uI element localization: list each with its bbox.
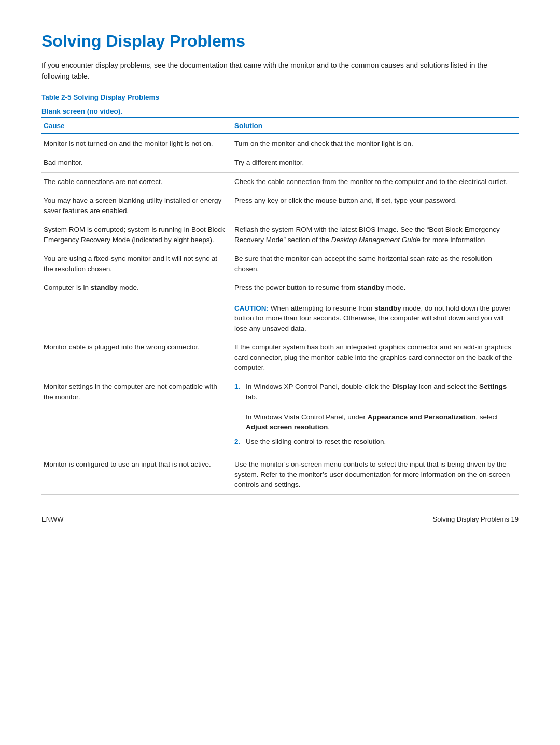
table-row: You may have a screen blanking utility i… [41, 191, 519, 220]
cause-cell: Monitor is configured to use an input th… [41, 455, 232, 495]
table-row: Bad monitor.Try a different monitor. [41, 153, 519, 172]
cause-cell: Monitor settings in the computer are not… [41, 377, 232, 455]
table-row: Monitor is not turned on and the monitor… [41, 134, 519, 153]
solution-cell: 1.In Windows XP Control Panel, double-cl… [232, 377, 519, 455]
solution-cell: Reflash the system ROM with the latest B… [232, 220, 519, 249]
col-header-cause: Cause [41, 118, 232, 134]
cause-cell: You are using a fixed-sync monitor and i… [41, 249, 232, 278]
table-row: Computer is in standby mode.Press the po… [41, 278, 519, 338]
table-row: Monitor cable is plugged into the wrong … [41, 338, 519, 377]
cause-cell: Monitor is not turned on and the monitor… [41, 134, 232, 153]
table-row: System ROM is corrupted; system is runni… [41, 220, 519, 249]
footer-left: ENWW [41, 515, 64, 523]
table-row: You are using a fixed-sync monitor and i… [41, 249, 519, 278]
table-label: Table 2-5 Solving Display Problems [41, 93, 519, 101]
intro-paragraph: If you encounter display problems, see t… [41, 60, 493, 82]
table-row: Monitor is configured to use an input th… [41, 455, 519, 495]
col-header-solution: Solution [232, 118, 519, 134]
solution-cell: Check the cable connection from the moni… [232, 172, 519, 191]
solution-cell: Turn on the monitor and check that the m… [232, 134, 519, 153]
cause-cell: You may have a screen blanking utility i… [41, 191, 232, 220]
problems-table: Cause Solution Monitor is not turned on … [41, 117, 519, 495]
cause-cell: Monitor cable is plugged into the wrong … [41, 338, 232, 377]
solution-cell: Press the power button to resume from st… [232, 278, 519, 338]
section-header: Blank screen (no video). [41, 105, 519, 117]
solution-cell: Press any key or click the mouse button … [232, 191, 519, 220]
cause-cell: The cable connections are not correct. [41, 172, 232, 191]
footer-right: Solving Display Problems 19 [433, 515, 519, 523]
cause-cell: System ROM is corrupted; system is runni… [41, 220, 232, 249]
solution-cell: Try a different monitor. [232, 153, 519, 172]
footer: ENWW Solving Display Problems 19 [41, 515, 519, 523]
solution-cell: Be sure that the monitor can accept the … [232, 249, 519, 278]
page-title: Solving Display Problems [41, 31, 519, 51]
cause-cell: Bad monitor. [41, 153, 232, 172]
table-row: Monitor settings in the computer are not… [41, 377, 519, 455]
solution-cell: If the computer system has both an integ… [232, 338, 519, 377]
solution-cell: Use the monitor’s on-screen menu control… [232, 455, 519, 495]
cause-cell: Computer is in standby mode. [41, 278, 232, 338]
table-row: The cable connections are not correct.Ch… [41, 172, 519, 191]
